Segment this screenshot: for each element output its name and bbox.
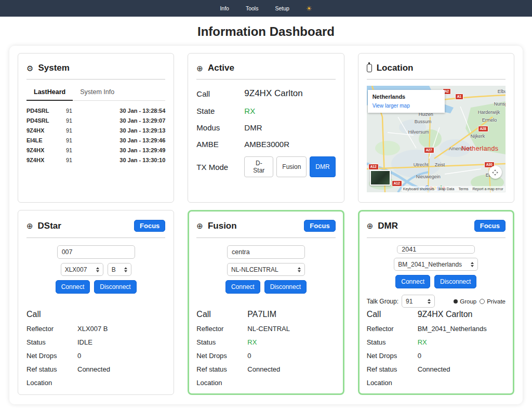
map-data-link[interactable]: Map Data — [438, 187, 454, 191]
lastheard-time: 30 Jan - 13:28:54 — [119, 108, 165, 114]
report-map-error-link[interactable]: Report a map error — [473, 187, 503, 191]
dmr-status-label: Status — [367, 338, 418, 346]
globe-icon: ⊕ — [367, 222, 374, 230]
dstar-netdrops-value: 0 — [77, 352, 81, 360]
lastheard-call: 9Z4HX — [26, 127, 66, 134]
active-modus-value: DMR — [244, 123, 262, 132]
nav-info[interactable]: Info — [220, 5, 229, 11]
dstar-connect-button[interactable]: Connect — [56, 280, 90, 294]
lastheard-talkgroup: 91 — [66, 137, 112, 143]
private-radio-option[interactable]: Private — [480, 298, 506, 305]
nav-setup[interactable]: Setup — [275, 5, 289, 11]
battery-device-icon — [367, 64, 372, 72]
dstar-panel: ⊕ DStar Focus XLX007 B Connect — [18, 210, 174, 395]
select-arrows-icon — [298, 267, 301, 272]
nav-tools[interactable]: Tools — [246, 5, 259, 11]
system-panel-header: ⚙ System — [26, 61, 165, 80]
fusion-connect-button[interactable]: Connect — [225, 280, 260, 294]
lastheard-row: 9Z4HX 91 30 Jan - 13:29:13 — [26, 125, 165, 135]
pan-arrows-icon — [492, 169, 498, 176]
select-value: BM_2041_Netherlands — [398, 261, 462, 268]
system-panel: ⚙ System LastHeard System Info PD4SRL 91… — [18, 53, 174, 203]
map-city-label: Harderwijk — [478, 110, 500, 115]
fusion-focus-button[interactable]: Focus — [304, 220, 335, 232]
gear-icon: ⚙ — [26, 64, 33, 72]
dmr-info: Call 9Z4HX Carlton Reflector BM_2041_Net… — [367, 310, 506, 387]
road-badge: A1 — [455, 94, 463, 100]
group-radio-label: Group — [460, 298, 476, 305]
fusion-info: Call PA7LIM Reflector NL-CENTRAL Status … — [196, 310, 335, 387]
lastheard-row: 9Z4HX 91 30 Jan - 13:29:49 — [26, 145, 165, 155]
lastheard-talkgroup: 91 — [66, 127, 112, 134]
road-badge: A12 — [392, 180, 402, 187]
dmr-netdrops-label: Net Drops — [367, 352, 418, 360]
lastheard-talkgroup: 91 — [66, 157, 112, 163]
dmr-reflector-label: Reflector — [367, 325, 418, 333]
select-arrows-icon — [96, 267, 99, 272]
select-value: B — [112, 266, 116, 273]
dstar-reflector-select[interactable]: XLX007 — [61, 263, 103, 276]
lastheard-table: PD4SRL 91 30 Jan - 13:28:54 PD4SRL 91 30… — [26, 105, 165, 165]
fusion-disconnect-button[interactable]: Disconnect — [264, 280, 307, 294]
talkgroup-select[interactable]: 91 — [402, 295, 435, 308]
fusion-location-label: Location — [196, 379, 247, 387]
dstar-focus-button[interactable]: Focus — [134, 220, 165, 232]
dstar-disconnect-button[interactable]: Disconnect — [94, 280, 136, 294]
tab-lastheard[interactable]: LastHeard — [26, 84, 73, 101]
fusion-reflector-select[interactable]: NL-NLCENTRAL — [227, 263, 305, 276]
terms-link[interactable]: Terms — [458, 187, 468, 191]
top-navbar: Info Tools Setup ☀ — [0, 0, 532, 17]
location-panel-header: Location — [367, 61, 506, 80]
dmr-connect-button[interactable]: Connect — [395, 275, 430, 288]
google-map-embed[interactable]: Netherlands View larger map A2 A1 A28 A2… — [367, 86, 506, 192]
active-ambe-value: AMBE3000R — [244, 140, 289, 149]
dmr-reflector-select[interactable]: BM_2041_Netherlands — [394, 258, 478, 271]
fusion-status-label: Status — [196, 338, 247, 346]
fusion-search-input[interactable] — [227, 245, 305, 259]
fusion-panel-title: Fusion — [208, 221, 237, 231]
dstar-refstatus-value: Connected — [77, 365, 110, 373]
map-attribution: Keyboard shortcuts Map Data Terms Report… — [402, 186, 505, 192]
dstar-call-label: Call — [26, 310, 77, 319]
dstar-module-select[interactable]: B — [108, 263, 131, 276]
select-value: NL-NLCENTRAL — [231, 266, 278, 273]
lastheard-row: PD4SRL 91 30 Jan - 13:29:07 — [26, 115, 165, 125]
map-city-label: Zeist — [435, 162, 445, 167]
lastheard-talkgroup: 91 — [66, 117, 112, 124]
keyboard-shortcuts-link[interactable]: Keyboard shortcuts — [403, 187, 434, 191]
satellite-view-thumbnail[interactable] — [370, 170, 391, 186]
txmode-dmr-button[interactable]: DMR — [310, 156, 335, 177]
select-value: XLX007 — [65, 266, 87, 273]
txmode-dstar-button[interactable]: D-Star — [244, 156, 273, 177]
pan-control-button[interactable] — [489, 166, 502, 179]
radio-unchecked-icon — [480, 299, 485, 304]
map-city-label: Hilversum — [408, 129, 429, 135]
dmr-location-label: Location — [367, 379, 418, 387]
tab-system-info[interactable]: System Info — [73, 84, 122, 100]
txmode-fusion-button[interactable]: Fusion — [276, 156, 307, 177]
view-larger-map-link[interactable]: View larger map — [373, 103, 440, 109]
globe-icon: ⊕ — [26, 222, 33, 230]
globe-icon: ⊕ — [196, 222, 203, 230]
dmr-focus-button[interactable]: Focus — [474, 220, 506, 232]
map-info-card: Netherlands View larger map — [368, 90, 445, 113]
group-radio-option[interactable]: Group — [454, 298, 476, 305]
map-city-label: Nijkerk — [471, 134, 485, 139]
active-panel: ⊕ Active Call 9Z4HX Carlton State RX Mod… — [188, 53, 344, 203]
map-city-label: Nieuwegein — [416, 174, 441, 179]
lastheard-time: 30 Jan - 13:30:10 — [119, 157, 165, 163]
fusion-call-value: PA7LIM — [247, 310, 276, 319]
dmr-disconnect-button[interactable]: Disconnect — [434, 275, 476, 288]
active-call-label: Call — [196, 89, 244, 98]
map-country-label: Netherlands — [461, 145, 499, 152]
active-call-value: 9Z4HX Carlton — [244, 88, 302, 99]
map-city-label: Ermelo — [482, 117, 497, 123]
dstar-panel-title: DStar — [38, 221, 61, 231]
dstar-search-input[interactable] — [57, 245, 135, 259]
dmr-search-input[interactable] — [397, 245, 475, 254]
lastheard-time: 30 Jan - 13:29:46 — [119, 137, 165, 143]
lastheard-call: PD4SRL — [26, 108, 66, 114]
lastheard-row: PD4SRL 91 30 Jan - 13:28:54 — [26, 105, 165, 115]
map-city-label: Utrecht — [414, 162, 429, 167]
sun-theme-icon[interactable]: ☀ — [306, 5, 312, 12]
